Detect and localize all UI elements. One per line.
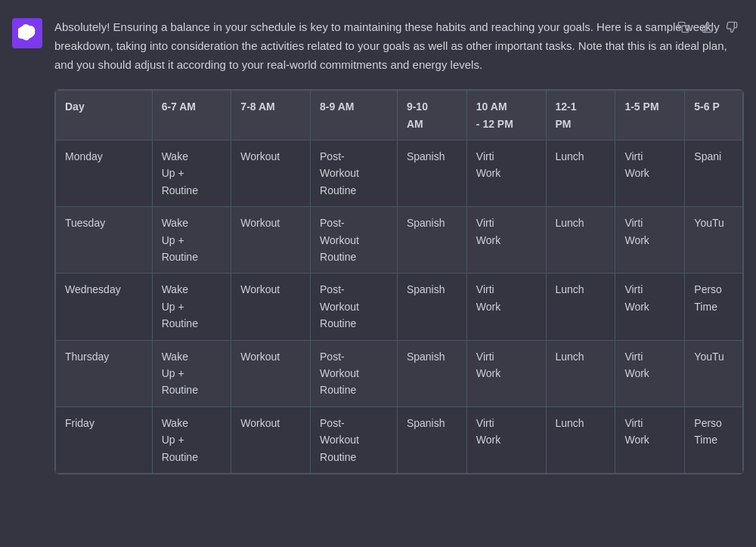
cell-9am: Spanish xyxy=(397,141,466,207)
cell-10am: VirtiWork xyxy=(466,274,546,340)
table-row: ThursdayWakeUp +RoutineWorkoutPost-Worko… xyxy=(56,340,743,406)
cell-7am: Workout xyxy=(231,340,311,406)
schedule-table-wrapper: Day 6-7 AM 7-8 AM 8-9 AM 9-10AM 10 AM- 1… xyxy=(54,89,744,474)
thumbs-down-button[interactable] xyxy=(723,18,741,36)
cell-6am: WakeUp +Routine xyxy=(152,207,231,274)
cell-5pm: Spani xyxy=(685,141,743,207)
thumbs-up-icon xyxy=(702,21,714,33)
schedule-table: Day 6-7 AM 7-8 AM 8-9 AM 9-10AM 10 AM- 1… xyxy=(55,90,743,474)
cell-12pm: Lunch xyxy=(546,141,615,207)
cell-9am: Spanish xyxy=(397,274,466,340)
table-row: MondayWakeUp +RoutineWorkoutPost-Workout… xyxy=(56,141,743,207)
cell-5pm: YouTu xyxy=(685,207,743,274)
cell-12pm: Lunch xyxy=(546,406,615,473)
col-header-12pm: 12-1PM xyxy=(546,91,615,141)
cell-7am: Workout xyxy=(231,207,311,274)
ai-avatar xyxy=(12,18,42,48)
cell-1pm: VirtiWork xyxy=(615,274,685,340)
cell-6am: WakeUp +Routine xyxy=(152,141,231,207)
cell-8am: Post-WorkoutRoutine xyxy=(311,406,398,473)
chatgpt-logo-icon xyxy=(18,24,36,42)
intro-paragraph: Absolutely! Ensuring a balance in your s… xyxy=(54,18,744,74)
table-row: TuesdayWakeUp +RoutineWorkoutPost-Workou… xyxy=(56,207,743,274)
col-header-7am: 7-8 AM xyxy=(231,91,311,141)
cell-10am: VirtiWork xyxy=(466,340,546,406)
cell-5pm: PersoTime xyxy=(685,406,743,473)
cell-6am: WakeUp +Routine xyxy=(152,340,231,406)
cell-day: Monday xyxy=(56,141,153,207)
table-header-row: Day 6-7 AM 7-8 AM 8-9 AM 9-10AM 10 AM- 1… xyxy=(56,91,743,141)
cell-1pm: VirtiWork xyxy=(615,207,685,274)
col-header-5pm: 5-6 P xyxy=(685,91,743,141)
thumbs-up-button[interactable] xyxy=(699,18,717,36)
svg-rect-0 xyxy=(682,26,689,32)
message-actions xyxy=(674,18,741,36)
cell-8am: Post-WorkoutRoutine xyxy=(311,274,398,340)
col-header-10am: 10 AM- 12 PM xyxy=(466,91,546,141)
cell-12pm: Lunch xyxy=(546,207,615,274)
col-header-8am: 8-9 AM xyxy=(311,91,398,141)
table-row: WednesdayWakeUp +RoutineWorkoutPost-Work… xyxy=(56,274,743,340)
cell-5pm: PersoTime xyxy=(685,274,743,340)
cell-7am: Workout xyxy=(231,406,311,473)
cell-day: Wednesday xyxy=(56,274,153,340)
cell-10am: VirtiWork xyxy=(466,141,546,207)
thumbs-down-icon xyxy=(726,21,738,33)
col-header-day: Day xyxy=(56,91,153,141)
cell-6am: WakeUp +Routine xyxy=(152,406,231,473)
col-header-6am: 6-7 AM xyxy=(152,91,231,141)
table-row: FridayWakeUp +RoutineWorkoutPost-Workout… xyxy=(56,406,743,473)
cell-10am: VirtiWork xyxy=(466,207,546,274)
cell-1pm: VirtiWork xyxy=(615,141,685,207)
copy-button[interactable] xyxy=(674,18,692,36)
cell-7am: Workout xyxy=(231,141,311,207)
cell-8am: Post-WorkoutRoutine xyxy=(311,207,398,274)
cell-1pm: VirtiWork xyxy=(615,406,685,473)
cell-day: Tuesday xyxy=(56,207,153,274)
cell-9am: Spanish xyxy=(397,406,466,473)
message-body: Absolutely! Ensuring a balance in your s… xyxy=(54,18,744,474)
cell-7am: Workout xyxy=(231,274,311,340)
cell-9am: Spanish xyxy=(397,207,466,274)
col-header-1pm: 1-5 PM xyxy=(615,91,685,141)
cell-day: Friday xyxy=(56,406,153,473)
cell-9am: Spanish xyxy=(397,340,466,406)
cell-day: Thursday xyxy=(56,340,153,406)
cell-5pm: YouTu xyxy=(685,340,743,406)
col-header-9am: 9-10AM xyxy=(397,91,466,141)
cell-6am: WakeUp +Routine xyxy=(152,274,231,340)
cell-12pm: Lunch xyxy=(546,340,615,406)
cell-10am: VirtiWork xyxy=(466,406,546,473)
cell-8am: Post-WorkoutRoutine xyxy=(311,141,398,207)
copy-icon xyxy=(677,21,689,33)
cell-1pm: VirtiWork xyxy=(615,340,685,406)
cell-8am: Post-WorkoutRoutine xyxy=(311,340,398,406)
cell-12pm: Lunch xyxy=(546,274,615,340)
